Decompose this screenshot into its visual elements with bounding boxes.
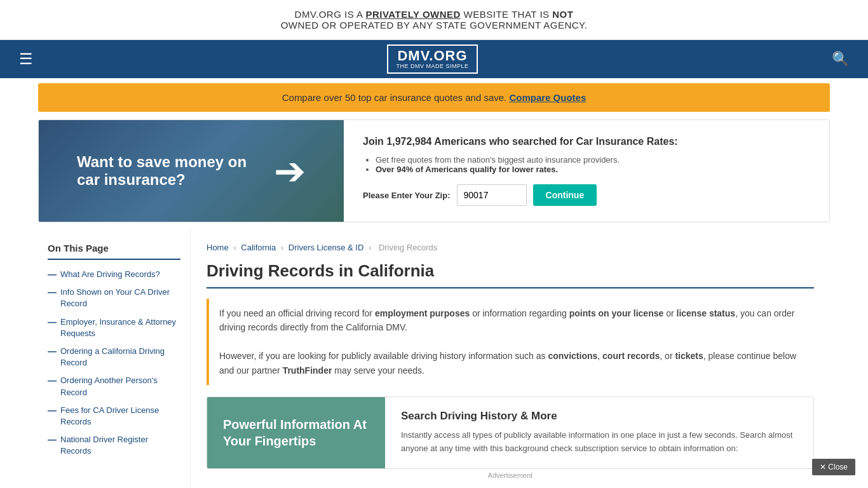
info-card-left: Powerful Information At Your Fingertips — [207, 397, 385, 468]
breadcrumb-drivers-license[interactable]: Drivers License & ID — [288, 243, 363, 252]
continue-button[interactable]: Continue — [533, 184, 597, 206]
alert-text7: , or — [660, 351, 675, 361]
alert-text6: , — [597, 351, 602, 361]
widget-left-text: Want to save money on car insurance? — [77, 153, 255, 189]
alert-text1: If you need an official driving record f… — [219, 308, 375, 318]
widget-left: Want to save money on car insurance? ➔ — [39, 120, 344, 222]
sidebar-item-1: — What Are Driving Records? — [48, 269, 180, 280]
page-title: Driving Records in California — [207, 261, 814, 288]
search-icon[interactable]: 🔍 — [832, 51, 849, 67]
widget-bullet-2: Over 94% of Americans qualify for lower … — [376, 165, 810, 174]
alert-bold5: court records — [602, 351, 660, 361]
breadcrumb-sep-2: › — [281, 243, 283, 252]
info-card-left-heading: Powerful Information At Your Fingertips — [223, 416, 369, 449]
info-card: Powerful Information At Your Fingertips … — [207, 396, 814, 469]
alert-bold7: TruthFinder — [283, 365, 332, 376]
banner-suffix: WEBSITE THAT IS — [461, 9, 552, 20]
banner-highlight: PRIVATELY OWNED — [365, 9, 460, 20]
alert-bold1: employment purposes — [375, 308, 470, 318]
logo[interactable]: DMV.ORG THE DMV MADE SIMPLE — [387, 44, 477, 74]
alert-text2: or information regarding — [470, 308, 569, 318]
breadcrumb-sep-3: › — [369, 243, 371, 252]
info-card-right-heading: Search Driving History & More — [401, 410, 797, 423]
main-content: On This Page — What Are Driving Records?… — [38, 230, 830, 488]
sidebar-link-4[interactable]: Ordering a California Driving Record — [60, 346, 180, 369]
alert-para-2: However, if you are looking for publicly… — [219, 349, 804, 377]
alert-text9: may serve your needs. — [332, 365, 424, 376]
sidebar-dash-7: — — [48, 435, 57, 445]
hamburger-menu[interactable]: ☰ — [19, 50, 33, 68]
sidebar-dash-5: — — [48, 376, 57, 386]
alert-para-1: If you need an official driving record f… — [219, 306, 804, 335]
compare-quotes-link[interactable]: Compare Quotes — [509, 92, 586, 103]
alert-bold3: license status — [677, 308, 736, 318]
sidebar-link-1[interactable]: What Are Driving Records? — [60, 269, 160, 280]
sidebar: On This Page — What Are Driving Records?… — [38, 230, 191, 488]
sidebar-item-4: — Ordering a California Driving Record — [48, 346, 180, 369]
zip-label: Please Enter Your Zip: — [363, 191, 451, 200]
alert-text3: or — [663, 308, 676, 318]
alert-bold2: points on your license — [569, 308, 664, 318]
sidebar-dash-6: — — [48, 405, 57, 416]
logo-main: DMV.ORG — [397, 48, 467, 64]
breadcrumb: Home › California › Drivers License & ID… — [207, 243, 814, 252]
widget-bullets: Get free quotes from the nation's bigges… — [376, 155, 810, 174]
sidebar-dash-3: — — [48, 317, 57, 327]
alert-text5: However, if you are looking for publicly… — [219, 351, 548, 361]
sidebar-dash-2: — — [48, 287, 57, 297]
navbar: ☰ DMV.ORG THE DMV MADE SIMPLE 🔍 — [0, 40, 868, 78]
info-card-right-text: Instantly access all types of publicly a… — [401, 429, 797, 456]
sidebar-link-2[interactable]: Info Shown on Your CA Driver Record — [60, 287, 180, 309]
sidebar-item-2: — Info Shown on Your CA Driver Record — [48, 287, 180, 309]
sidebar-list: — What Are Driving Records? — Info Shown… — [48, 269, 180, 457]
content-area: Home › California › Drivers License & ID… — [191, 230, 830, 488]
sidebar-item-7: — National Driver Register Records — [48, 434, 180, 457]
widget-right: Join 1,972,984 Americans who searched fo… — [344, 120, 829, 222]
breadcrumb-california[interactable]: California — [241, 243, 276, 252]
insurance-banner: Compare over 50 top car insurance quotes… — [38, 83, 830, 112]
sidebar-link-5[interactable]: Ordering Another Person's Record — [60, 375, 180, 398]
ad-label: Advertisement — [207, 471, 814, 479]
logo-box: DMV.ORG THE DMV MADE SIMPLE — [387, 44, 477, 74]
breadcrumb-sep-1: › — [233, 243, 236, 252]
top-banner: DMV.ORG IS A PRIVATELY OWNED WEBSITE THA… — [0, 0, 868, 40]
insurance-banner-text: Compare over 50 top car insurance quotes… — [282, 92, 507, 103]
zip-row: Please Enter Your Zip: Continue — [363, 184, 810, 206]
sidebar-link-3[interactable]: Employer, Insurance & Attorney Requests — [60, 316, 180, 339]
sidebar-dash-1: — — [48, 269, 57, 280]
alert-bold6: tickets — [675, 351, 703, 361]
alert-bold4: convictions — [548, 351, 597, 361]
sidebar-item-5: — Ordering Another Person's Record — [48, 375, 180, 398]
info-card-right: Search Driving History & More Instantly … — [385, 397, 813, 468]
insurance-widget: Want to save money on car insurance? ➔ J… — [38, 119, 830, 222]
widget-heading: Join 1,972,984 Americans who searched fo… — [363, 136, 810, 147]
alert-box: If you need an official driving record f… — [207, 299, 814, 385]
zip-input[interactable] — [457, 184, 527, 206]
breadcrumb-home[interactable]: Home — [207, 243, 229, 252]
logo-sub: THE DMV MADE SIMPLE — [396, 64, 468, 70]
banner-not: NOT — [552, 9, 573, 20]
banner-prefix: DMV.ORG IS A — [295, 9, 366, 20]
sidebar-dash-4: — — [48, 346, 57, 356]
widget-bullet-2-strong: Over 94% of Americans qualify for lower … — [376, 165, 558, 174]
sidebar-link-7[interactable]: National Driver Register Records — [60, 434, 180, 457]
sidebar-item-3: — Employer, Insurance & Attorney Request… — [48, 316, 180, 339]
close-button[interactable]: ✕ Close — [812, 459, 855, 475]
sidebar-link-6[interactable]: Fees for CA Driver License Records — [60, 405, 180, 428]
widget-bullet-1: Get free quotes from the nation's bigges… — [376, 155, 810, 165]
sidebar-heading: On This Page — [48, 243, 180, 260]
sidebar-item-6: — Fees for CA Driver License Records — [48, 405, 180, 428]
widget-arrow-icon: ➔ — [274, 149, 306, 193]
banner-line2: OWNED OR OPERATED BY ANY STATE GOVERNMEN… — [13, 20, 855, 30]
breadcrumb-current: Driving Records — [379, 243, 437, 252]
